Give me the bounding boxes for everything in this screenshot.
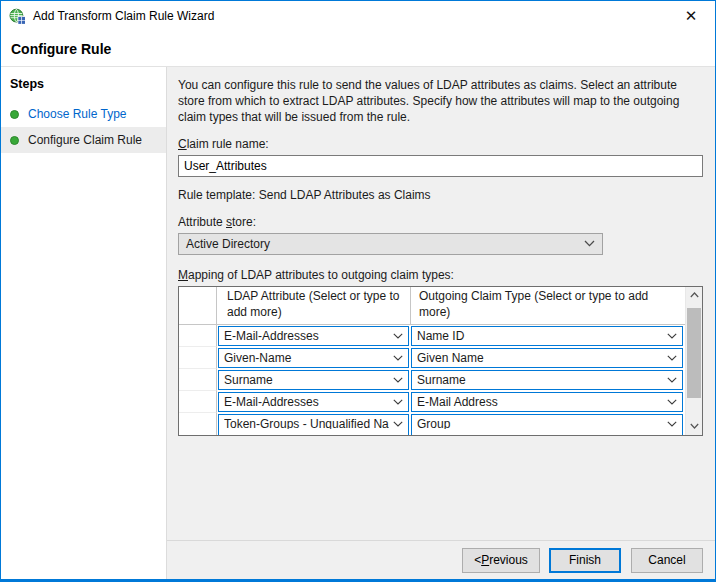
table-row: Given-NameGiven Name — [179, 347, 702, 369]
window-title: Add Transform Claim Rule Wizard — [33, 9, 214, 23]
main-area: Steps Choose Rule Type Configure Claim R… — [1, 67, 715, 579]
chevron-down-icon — [690, 423, 699, 429]
chevron-down-icon — [393, 355, 403, 361]
partial-next-row — [179, 429, 702, 435]
chevron-down-icon — [667, 333, 677, 339]
outgoing-claim-type-value: E-Mail Address — [417, 395, 663, 409]
chevron-down-icon — [667, 399, 677, 405]
ldap-attribute-value: E-Mail-Addresses — [224, 329, 389, 343]
rule-template-text: Rule template: Send LDAP Attributes as C… — [178, 188, 703, 202]
finish-button[interactable]: Finish — [549, 548, 621, 573]
ldap-attribute-combo[interactable]: E-Mail-Addresses — [218, 392, 409, 412]
chevron-up-icon — [690, 292, 699, 298]
attribute-store-label: Attribute store: — [178, 215, 703, 229]
close-button[interactable]: ✕ — [677, 4, 705, 28]
table-row: SurnameSurname — [179, 369, 702, 391]
outgoing-claim-type-combo[interactable] — [411, 429, 683, 435]
table-header-ldap-attribute: LDAP Attribute (Select or type to add mo… — [217, 287, 411, 324]
step-status-icon — [10, 136, 19, 145]
table-scrollbar[interactable] — [685, 287, 702, 435]
ldap-attribute-value: E-Mail-Addresses — [224, 395, 389, 409]
previous-button[interactable]: < Previous — [462, 548, 540, 573]
mapping-table-rows: E-Mail-AddressesName IDGiven-NameGiven N… — [179, 325, 702, 429]
table-row: E-Mail-AddressesName ID — [179, 325, 702, 347]
chevron-down-icon — [393, 399, 403, 405]
ldap-attribute-combo[interactable]: Given-Name — [218, 348, 409, 368]
outgoing-claim-type-combo[interactable]: Name ID — [411, 326, 683, 346]
outgoing-claim-type-combo[interactable]: Group — [411, 414, 683, 429]
row-selector-cell[interactable] — [179, 391, 217, 413]
ldap-attribute-combo[interactable]: E-Mail-Addresses — [218, 326, 409, 346]
ldap-attribute-value: Token-Groups - Unqualified Names — [224, 417, 389, 429]
outgoing-claim-type-combo[interactable]: Given Name — [411, 348, 683, 368]
chevron-down-icon — [393, 377, 403, 383]
step-label: Configure Claim Rule — [28, 133, 142, 147]
mapping-label: Mapping of LDAP attributes to outgoing c… — [178, 268, 703, 282]
row-selector-cell[interactable] — [179, 325, 217, 347]
table-row: Token-Groups - Unqualified NamesGroup — [179, 413, 702, 429]
claim-rule-name-input[interactable] — [178, 155, 703, 177]
table-header-outgoing-claim-type: Outgoing Claim Type (Select or type to a… — [411, 287, 685, 324]
scroll-up-button[interactable] — [686, 287, 702, 304]
description-text: You can configure this rule to send the … — [178, 77, 703, 126]
chevron-down-icon — [667, 377, 677, 383]
ldap-attribute-value: Surname — [224, 373, 389, 387]
row-selector-cell[interactable] — [179, 369, 217, 391]
row-selector-cell[interactable] — [179, 347, 217, 369]
step-status-icon — [10, 110, 19, 119]
outgoing-claim-type-value: Given Name — [417, 351, 663, 365]
content-pane: You can configure this rule to send the … — [167, 67, 715, 540]
outgoing-claim-type-combo[interactable]: Surname — [411, 370, 683, 390]
title-bar[interactable]: Add Transform Claim Rule Wizard ✕ — [1, 1, 715, 31]
close-icon: ✕ — [685, 7, 698, 25]
attribute-store-value: Active Directory — [186, 237, 584, 251]
wizard-window: Add Transform Claim Rule Wizard ✕ Config… — [0, 0, 716, 582]
row-selector-cell[interactable] — [179, 429, 217, 435]
ldap-attribute-combo[interactable]: Surname — [218, 370, 409, 390]
mapping-table-header: LDAP Attribute (Select or type to add mo… — [179, 287, 702, 325]
scroll-down-button[interactable] — [686, 418, 702, 435]
outgoing-claim-type-value: Surname — [417, 373, 663, 387]
outgoing-claim-type-combo[interactable]: E-Mail Address — [411, 392, 683, 412]
cancel-button[interactable]: Cancel — [631, 548, 703, 573]
chevron-down-icon — [667, 421, 677, 427]
table-row: E-Mail-AddressesE-Mail Address — [179, 391, 702, 413]
ldap-attribute-value: Given-Name — [224, 351, 389, 365]
outgoing-claim-type-value: Name ID — [417, 329, 663, 343]
row-selector-header-cell — [179, 287, 217, 324]
steps-title: Steps — [1, 74, 166, 101]
ldap-attribute-combo[interactable]: Token-Groups - Unqualified Names — [218, 414, 409, 429]
claim-rule-name-label: Claim rule name: — [178, 137, 703, 151]
ldap-attribute-combo[interactable] — [218, 429, 409, 435]
footer-bar: < Previous Finish Cancel — [167, 540, 715, 579]
chevron-down-icon — [584, 240, 595, 247]
chevron-down-icon — [393, 333, 403, 339]
step-item-configure-claim-rule[interactable]: Configure Claim Rule — [1, 127, 166, 153]
page-title: Configure Rule — [1, 31, 715, 67]
scrollbar-thumb[interactable] — [687, 308, 701, 398]
outgoing-claim-type-value: Group — [417, 417, 663, 429]
attribute-store-select[interactable]: Active Directory — [178, 233, 603, 255]
mapping-table: LDAP Attribute (Select or type to add mo… — [178, 286, 703, 436]
step-item-choose-rule-type[interactable]: Choose Rule Type — [1, 101, 166, 127]
adfs-app-icon — [9, 8, 26, 25]
row-selector-cell[interactable] — [179, 413, 217, 429]
chevron-down-icon — [393, 421, 403, 427]
right-pane: You can configure this rule to send the … — [167, 67, 715, 579]
step-label: Choose Rule Type — [28, 107, 127, 121]
chevron-down-icon — [667, 355, 677, 361]
steps-panel: Steps Choose Rule Type Configure Claim R… — [1, 67, 167, 579]
